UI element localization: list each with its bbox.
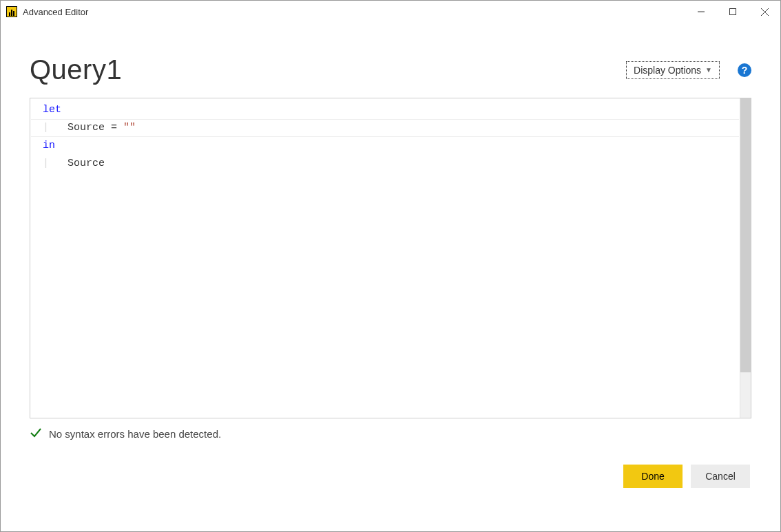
status-row: No syntax errors have been detected. [30,427,751,441]
maximize-button[interactable] [717,1,749,23]
code-text: Source = [67,122,123,134]
code-text: Source [67,158,105,169]
footer-buttons: Done Cancel [30,465,751,488]
window-controls [685,1,780,23]
check-icon [30,427,42,441]
help-icon[interactable]: ? [738,63,751,77]
chevron-down-icon: ▼ [705,66,712,74]
app-icon [6,6,17,17]
code-keyword: let [43,104,61,116]
cancel-button[interactable]: Cancel [691,465,750,488]
dialog-content: Query1 Display Options ▼ ? let | Source … [1,23,780,488]
maximize-icon [729,8,736,15]
vertical-scrollbar[interactable] [740,98,751,418]
query-title: Query1 [30,54,122,85]
status-message: No syntax errors have been detected. [49,428,221,440]
titlebar: Advanced Editor [1,1,780,23]
code-editor[interactable]: let | Source = "" in | Source [30,98,751,418]
display-options-dropdown[interactable]: Display Options ▼ [626,61,720,79]
svg-rect-1 [730,9,736,15]
minimize-icon [698,8,705,15]
display-options-label: Display Options [634,65,701,76]
header-row: Query1 Display Options ▼ ? [30,54,751,85]
code-string: "" [123,122,136,134]
done-button[interactable]: Done [623,465,683,488]
minimize-button[interactable] [685,1,717,23]
code-area[interactable]: let | Source = "" in | Source [30,98,740,418]
code-keyword: in [43,140,55,151]
close-icon [761,8,769,16]
window-title: Advanced Editor [23,7,88,17]
close-button[interactable] [749,1,780,23]
scroll-thumb[interactable] [740,98,751,372]
